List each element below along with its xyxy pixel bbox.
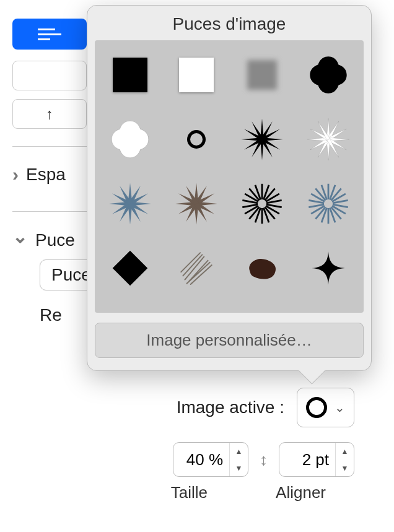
image-active-label: Image active : [177, 398, 284, 417]
bullet-scribble-gray[interactable] [164, 236, 230, 300]
arrow-up-icon: ↑ [46, 105, 53, 123]
chevron-right-icon [12, 164, 19, 185]
align-input[interactable] [279, 450, 335, 469]
bullet-ring-black[interactable] [164, 107, 230, 172]
bullet-square-black[interactable] [97, 43, 164, 107]
size-step-down[interactable]: ▼ [230, 460, 248, 476]
vertical-align-icon: ↕ [260, 450, 268, 469]
arrow-style-button[interactable]: ↑ [12, 99, 87, 129]
image-bullets-popover: Puces d'image [87, 5, 372, 371]
bullet-diamond-black[interactable] [97, 236, 164, 300]
taille-label: Taille [171, 483, 208, 502]
espacement-label: Espa [26, 165, 66, 185]
bullet-sparkle-black[interactable] [296, 236, 362, 300]
square-gray-icon [247, 60, 277, 90]
re-label: Re [40, 305, 62, 325]
bullet-square-gray[interactable] [229, 43, 296, 107]
bullet-starburst-black[interactable] [229, 107, 296, 172]
bullet-blob-brown[interactable] [229, 236, 296, 300]
size-input[interactable] [173, 450, 229, 469]
align-step-down[interactable]: ▼ [336, 460, 354, 476]
image-active-dropdown[interactable]: ⌄ [297, 388, 354, 427]
bullet-starburst-brown[interactable] [164, 172, 230, 236]
starburst-blue-icon [108, 182, 152, 225]
sunrays-blue-icon [307, 182, 350, 225]
size-stepper[interactable]: ▲ ▼ [173, 442, 248, 477]
bullet-square-white[interactable] [164, 43, 230, 107]
blob-icon [244, 253, 280, 283]
bullet-quatrefoil-white[interactable] [97, 107, 164, 172]
diamond-icon [113, 251, 148, 286]
sparkle-icon [311, 251, 346, 286]
scribble-icon [177, 249, 216, 287]
aligner-label: Aligner [276, 483, 326, 502]
size-step-up[interactable]: ▲ [230, 443, 248, 460]
quatrefoil-black-icon [308, 55, 349, 95]
starburst-white-icon [307, 118, 350, 161]
bullet-starburst-white[interactable] [296, 107, 362, 172]
align-stepper[interactable]: ▲ ▼ [279, 442, 354, 477]
starburst-brown-icon [175, 182, 218, 225]
blank-style-button-1[interactable] [12, 61, 87, 90]
chevron-down-icon [12, 229, 28, 251]
quatrefoil-white-icon [110, 119, 151, 160]
bullet-sunrays-black[interactable] [229, 172, 296, 236]
bullet-grid-wrap [95, 40, 364, 313]
bullet-quatrefoil-black[interactable] [296, 43, 362, 107]
bullet-starburst-blue[interactable] [97, 172, 164, 236]
square-black-icon [113, 58, 147, 92]
ring-icon [187, 130, 206, 149]
paragraph-align-button[interactable] [12, 19, 87, 50]
custom-image-button[interactable]: Image personnalisée… [95, 323, 364, 358]
chevron-down-icon: ⌄ [335, 400, 345, 415]
bullet-sunrays-blue[interactable] [296, 172, 362, 236]
ring-bullet-icon [306, 397, 327, 418]
align-step-up[interactable]: ▲ [336, 443, 354, 460]
puces-label: Puce [35, 230, 75, 250]
square-white-icon [179, 58, 214, 92]
popover-title: Puces d'image [87, 6, 371, 40]
align-lines-icon [38, 28, 61, 40]
sunrays-black-icon [240, 182, 284, 225]
starburst-black-icon [240, 118, 284, 161]
